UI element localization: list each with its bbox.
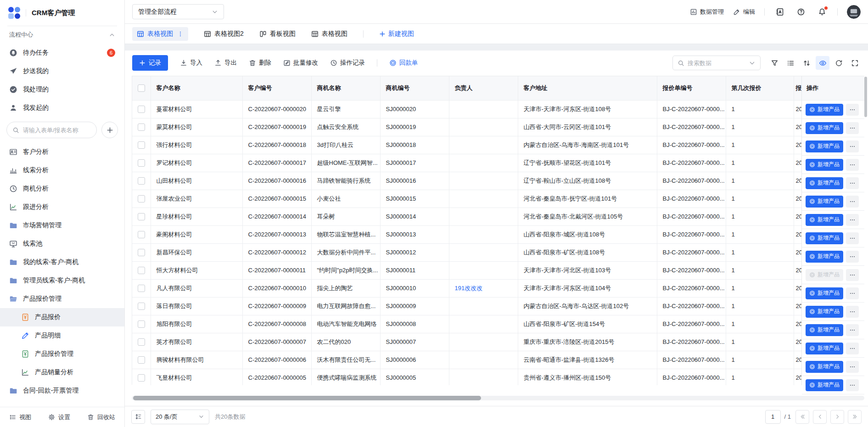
table-search[interactable] [672, 56, 761, 70]
chevron-down-icon[interactable] [749, 60, 756, 67]
sidebar-item-check-circle[interactable]: 我处理的 [0, 80, 124, 99]
sidebar-item[interactable]: 我的线索-客户-商机 [0, 253, 124, 271]
row-more-button[interactable] [846, 232, 859, 244]
add-product-button[interactable]: 新增产品 [806, 104, 843, 116]
add-product-button[interactable]: 新增产品 [806, 159, 843, 171]
table-row[interactable]: 豪阁材料公司C-20220607-0000013物联芯温室智慧种植...SJ00… [132, 225, 802, 243]
row-checkbox[interactable] [138, 124, 145, 131]
table-row[interactable]: 飞昱材料公司C-20220607-0000005便携式哮喘病监测系统SJ0000… [132, 369, 802, 385]
prev-page-button[interactable] [813, 410, 827, 424]
edit-button[interactable]: 编辑 [733, 8, 755, 16]
view-tab[interactable]: 表格视图2 [204, 27, 244, 41]
row-checkbox[interactable] [138, 159, 145, 167]
table-row[interactable]: 恒大方材料公司C-20220607-0000011"约时间"p2p时间交换...… [132, 261, 802, 279]
add-product-button[interactable]: 新增产品 [806, 122, 843, 134]
view-tab[interactable]: 看板视图 [259, 27, 296, 41]
row-checkbox[interactable] [138, 177, 145, 185]
toolbar-import-button[interactable]: 导入 [180, 59, 202, 67]
sidebar-item[interactable]: 管理员线索-客户-商机 [0, 271, 124, 290]
sidebar-item-user[interactable]: 我发起的 [0, 99, 124, 117]
row-checkbox[interactable] [138, 303, 145, 310]
table-search-input[interactable] [688, 60, 745, 67]
sidebar-item[interactable]: 产品报价 [0, 308, 124, 326]
row-checkbox[interactable] [138, 195, 145, 202]
row-checkbox[interactable] [138, 356, 145, 364]
page-number-input[interactable]: 1 [765, 410, 781, 424]
help-button[interactable] [795, 6, 807, 18]
add-product-button[interactable]: 新增产品 [806, 287, 843, 299]
toolbar-edit-square-button[interactable]: 批量修改 [283, 59, 318, 67]
row-checkbox[interactable] [138, 106, 145, 113]
sort-button[interactable] [800, 56, 813, 70]
add-product-button[interactable]: 新增产品 [806, 306, 843, 318]
row-checkbox[interactable] [138, 267, 145, 274]
view-tab[interactable]: 表格视图 [132, 27, 188, 41]
table-row[interactable]: 罗记材料公司C-20220607-0000017超级HOME-互联网智...SJ… [132, 154, 802, 172]
row-checkbox[interactable] [138, 249, 145, 256]
add-product-button[interactable]: 新增产品 [806, 196, 843, 208]
row-checkbox[interactable] [138, 338, 145, 346]
table-row[interactable]: 张屋农业公司C-20220607-0000015小麦公社SJ0000015河北省… [132, 190, 802, 208]
vertical-scrollbar[interactable] [864, 77, 867, 117]
sidebar-item-send[interactable]: 抄送我的 [0, 62, 124, 80]
notifications-button[interactable] [816, 6, 828, 18]
toolbar-history-button[interactable]: 操作记录 [330, 59, 365, 67]
toolbar-export-button[interactable]: 导出 [214, 59, 237, 67]
new-record-button[interactable]: 记录 [132, 55, 168, 71]
row-height-button[interactable] [131, 410, 145, 424]
sidebar-footer-trash[interactable]: 回收站 [87, 413, 115, 421]
contacts-button[interactable] [774, 6, 786, 18]
visibility-button[interactable] [816, 56, 829, 70]
new-view-button[interactable]: 新建视图 [379, 30, 414, 38]
table-row[interactable]: 腾骏材料有限公司C-20220607-0000006沃木有限责任公司无...SJ… [132, 351, 802, 369]
sidebar-section-process-center[interactable]: 流程中心 [0, 26, 124, 44]
page-size-select[interactable]: 20 条/页 [151, 410, 209, 424]
last-page-button[interactable] [848, 410, 862, 424]
horizontal-scrollbar-track[interactable] [132, 396, 864, 400]
row-more-button[interactable] [846, 287, 859, 299]
sidebar-search-input[interactable] [23, 127, 91, 134]
sidebar-item[interactable]: 跟进分析 [0, 198, 124, 216]
row-checkbox[interactable] [138, 141, 145, 149]
select-all-checkbox[interactable] [138, 84, 145, 92]
sidebar-item[interactable]: 产品报价管理 [0, 290, 124, 308]
add-product-button[interactable]: 新增产品 [806, 324, 843, 336]
table-row[interactable]: 旭阳有限公司C-20220607-0000008电动汽车智能充电网络SJ0000… [132, 315, 802, 333]
row-more-button[interactable] [846, 177, 859, 189]
row-checkbox[interactable] [138, 374, 145, 382]
sidebar-footer-gear[interactable]: 设置 [48, 413, 70, 421]
next-page-button[interactable] [830, 410, 844, 424]
sidebar-item-bell-circle[interactable]: 待办任务6 [0, 44, 124, 62]
add-product-button[interactable]: 新增产品 [806, 251, 843, 263]
fullscreen-button[interactable] [848, 56, 862, 70]
table-row[interactable]: 山田材料公司C-20220607-0000016马蹄铁智能骑行系统SJ00000… [132, 172, 802, 190]
avatar[interactable] [847, 5, 861, 19]
add-product-button[interactable]: 新增产品 [806, 140, 843, 152]
add-product-button[interactable]: 新增产品 [806, 343, 843, 354]
sidebar-item[interactable]: 产品报价管理 [0, 345, 124, 363]
sidebar-item[interactable]: 市场营销管理 [0, 216, 124, 235]
add-product-button[interactable]: 新增产品 [806, 361, 843, 373]
table-row[interactable]: 英才有限公司C-20220607-0000007农二代的020SJ0000007… [132, 333, 802, 351]
sidebar-item[interactable]: 产品明细 [0, 326, 124, 345]
toolbar-trash-button[interactable]: 删除 [249, 59, 271, 67]
table-row[interactable]: 新昌环保公司C-20220607-0000012大数据分析中间件平...SJ00… [132, 243, 802, 261]
row-checkbox[interactable] [138, 285, 145, 292]
table-row[interactable]: 落日有限公司C-20220607-0000009电力互联网故障自愈...SJ00… [132, 297, 802, 315]
row-more-button[interactable] [846, 251, 859, 263]
row-more-button[interactable] [846, 196, 859, 208]
row-more-button[interactable] [846, 122, 859, 134]
add-form-button[interactable] [101, 122, 118, 138]
sidebar-footer-views[interactable]: 视图 [9, 413, 31, 421]
sidebar-item[interactable]: 合同-回款-开票管理 [0, 382, 124, 400]
table-row[interactable]: 强行材料公司C-20220607-00000183d打印八桂云SJ0000018… [132, 136, 802, 154]
row-more-button[interactable] [846, 159, 859, 171]
view-tab[interactable]: 表格视图 [311, 27, 347, 41]
sidebar-item[interactable]: 产品销量分析 [0, 363, 124, 382]
first-page-button[interactable] [795, 410, 809, 424]
chevron-up-icon[interactable] [109, 32, 115, 38]
sidebar-item[interactable]: 客户分析 [0, 143, 124, 161]
row-more-button[interactable] [846, 379, 859, 391]
sidebar-search[interactable] [6, 122, 97, 138]
table-row[interactable]: 星珍材料公司C-20220607-0000014耳朵树SJ0000014河北省-… [132, 208, 802, 225]
